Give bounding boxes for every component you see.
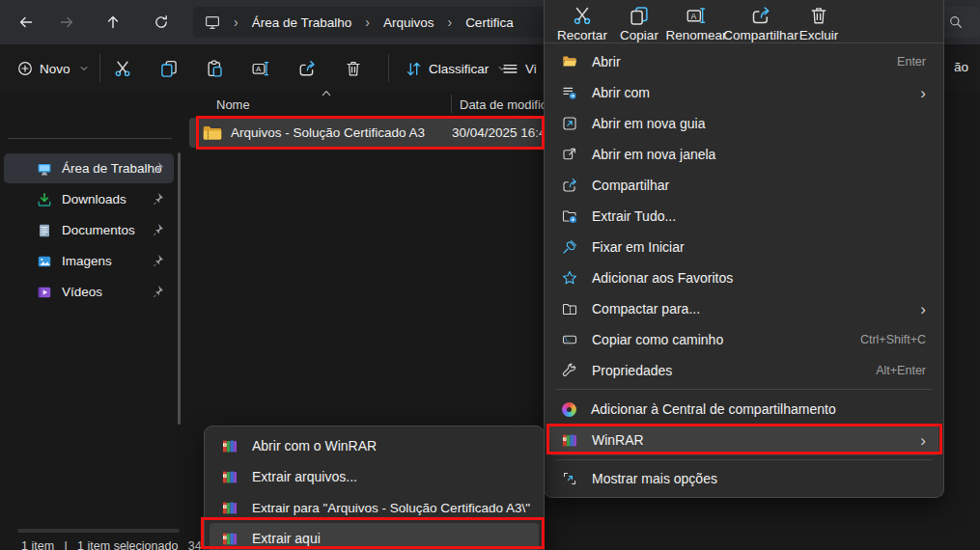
menu-item-favoritos[interactable]: Adicionar aos Favoritos [549, 262, 938, 293]
pin-icon [151, 192, 164, 206]
quick-action-copy[interactable]: Copiar [614, 0, 664, 48]
column-header-name[interactable]: Nome [216, 97, 250, 112]
search-box[interactable] [938, 7, 980, 38]
shortcut: Enter [897, 55, 926, 69]
pin-to-start-icon [562, 239, 577, 255]
menu-item-fixar-iniciar[interactable]: Fixar em Iniciar [549, 232, 938, 262]
submenu-chevron-icon [920, 432, 926, 449]
file-explorer-window: Área de Trabalho Arquivos Certifica Novo [0, 0, 980, 550]
pin-icon [151, 223, 164, 236]
menu-item-central-compartilhamento[interactable]: Adicionar à Central de compartilhamento [549, 394, 938, 425]
up-button[interactable] [97, 7, 129, 38]
open-folder-icon [562, 54, 577, 69]
column-divider[interactable] [451, 95, 452, 113]
menu-item-abrir-nova-janela[interactable]: Abrir em nova janela [549, 139, 938, 170]
menu-item-abrir-nova-guia[interactable]: Abrir em nova guia [549, 108, 938, 139]
horizontal-scrollbar[interactable] [17, 529, 180, 533]
status-bar-text: 1 item | 1 item selecionado 347 KB [21, 539, 228, 550]
back-button[interactable] [10, 7, 42, 38]
sidebar-item-area-de-trabalho[interactable]: Área de Trabalho [4, 153, 174, 183]
copy-icon [160, 60, 178, 77]
quick-action-delete[interactable]: Excluir [794, 0, 844, 48]
sidebar: Área de Trabalho Downloads Documentos [0, 92, 183, 550]
menu-item-winrar[interactable]: WinRAR [549, 425, 938, 455]
plus-circle-icon [17, 61, 33, 76]
menu-item-propriedades[interactable]: Propriedades Alt+Enter [549, 355, 938, 386]
documents-icon [37, 223, 52, 238]
toolbar-divider [99, 54, 100, 82]
breadcrumb-certificado[interactable]: Certifica [465, 15, 514, 30]
submenu-item-extrair-arquivos[interactable]: Extrair arquivos... [210, 461, 539, 492]
refresh-icon [154, 14, 169, 30]
rename-icon: A [252, 60, 269, 77]
chevron-down-icon [79, 64, 89, 73]
sort-button-label: Classificar [429, 62, 489, 76]
quick-action-share[interactable]: Compartilhar [720, 0, 801, 48]
file-name: Arquivos - Solução Certificado A3 [231, 125, 425, 140]
paste-icon [206, 60, 223, 77]
sidebar-item-imagens[interactable]: Imagens [4, 246, 174, 276]
menu-divider [556, 389, 932, 390]
submenu-item-extrair-para[interactable]: Extrair para "Arquivos - Solução Certifi… [210, 492, 539, 523]
share-button[interactable] [290, 52, 324, 85]
menu-item-abrir[interactable]: Abrir Enter [549, 46, 938, 77]
toolbar-divider [388, 54, 389, 82]
submenu-item-abrir-com-winrar[interactable]: Abrir com o WinRAR [210, 430, 539, 461]
quick-action-cut[interactable]: Recortar [552, 0, 612, 48]
menu-item-mostrar-mais-opcoes[interactable]: Mostrar mais opções [549, 463, 938, 494]
breadcrumb-separator-icon [447, 14, 452, 30]
winrar-icon [222, 469, 238, 484]
sidebar-item-label: Documentos [62, 223, 135, 237]
menu-item-compartilhar[interactable]: Compartilhar [549, 170, 938, 201]
file-date-modified: 30/04/2025 16:44 [452, 125, 553, 140]
column-header-date[interactable]: Data de modifica [460, 97, 554, 112]
breadcrumb-arquivos[interactable]: Arquivos [383, 15, 434, 30]
rename-button[interactable]: A [243, 52, 278, 85]
sidebar-item-videos[interactable]: Vídeos [4, 277, 174, 307]
open-new-window-icon [562, 147, 577, 162]
forward-button[interactable] [50, 7, 83, 38]
copy-path-icon: \.. [562, 332, 577, 347]
share-icon [298, 60, 316, 77]
open-new-tab-icon [562, 116, 577, 131]
menu-divider [545, 42, 943, 43]
quick-action-label: Copiar [620, 28, 658, 42]
shortcut: Ctrl+Shift+C [860, 333, 926, 346]
extract-all-icon [562, 208, 577, 224]
sidebar-item-downloads[interactable]: Downloads [4, 184, 174, 214]
menu-item-abrir-com[interactable]: Abrir com [549, 77, 938, 108]
trash-icon [345, 60, 362, 77]
wrench-icon [562, 363, 577, 378]
breadcrumb-separator-icon [365, 14, 370, 30]
videos-icon [37, 285, 52, 300]
view-list-icon [502, 61, 518, 77]
sidebar-scrollbar[interactable] [178, 152, 181, 425]
pin-icon [151, 161, 164, 175]
sidebar-item-documentos[interactable]: Documentos [4, 215, 174, 245]
cut-button[interactable] [105, 52, 140, 85]
file-row-selected[interactable]: Arquivos - Solução Certificado A3 30/04/… [189, 118, 543, 148]
new-button[interactable]: Novo [8, 52, 98, 85]
paste-button[interactable] [197, 52, 232, 85]
svg-text:\..: \.. [565, 336, 571, 343]
svg-text:A: A [691, 12, 697, 21]
quick-action-label: Renomear [665, 28, 726, 42]
view-button[interactable]: Vi [494, 52, 545, 85]
quick-action-label: Excluir [799, 28, 839, 42]
submenu-item-extrair-aqui[interactable]: Extrair aqui [210, 523, 539, 550]
breadcrumb-desktop[interactable]: Área de Trabalho [252, 15, 352, 30]
sidebar-divider [8, 138, 172, 139]
menu-item-copiar-caminho[interactable]: \.. Copiar como caminho Ctrl+Shift+C [549, 324, 938, 355]
menu-item-compactar[interactable]: Compactar para... [549, 293, 938, 324]
quick-action-label: Compartilhar [723, 28, 798, 42]
zip-folder-icon [562, 301, 577, 316]
refresh-button[interactable] [145, 7, 178, 38]
sidebar-item-label: Imagens [62, 254, 112, 268]
copy-button[interactable] [152, 52, 186, 85]
up-arrow-icon [105, 14, 121, 30]
share-icon [562, 178, 577, 193]
zip-folder-icon [203, 124, 222, 141]
menu-item-extrair-tudo[interactable]: Extrair Tudo... [549, 201, 938, 232]
star-icon [562, 270, 577, 286]
delete-button[interactable] [336, 52, 371, 85]
